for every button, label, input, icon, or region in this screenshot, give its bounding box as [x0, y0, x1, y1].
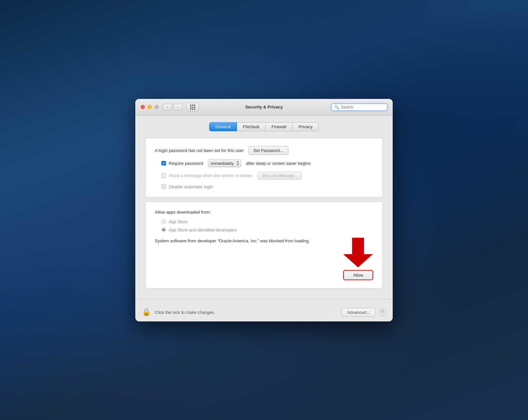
radio-app-store-button[interactable] — [161, 219, 166, 224]
lock-text: Click the lock to make changes. — [155, 310, 215, 315]
tab-filevault[interactable]: FileVault — [237, 122, 266, 131]
after-sleep-text: after sleep or screen saver begins — [246, 161, 311, 166]
radio-app-store-identified-row[interactable]: App Store and identified developers — [155, 227, 373, 232]
search-icon: 🔍 — [334, 105, 339, 109]
minimize-button[interactable] — [148, 105, 152, 109]
radio-app-store-identified-label: App Store and identified developers — [169, 227, 237, 232]
back-button[interactable]: ‹ — [163, 104, 172, 110]
close-button[interactable] — [141, 105, 145, 109]
allow-area: Allow — [343, 238, 373, 280]
radio-app-store-row[interactable]: App Store — [155, 219, 373, 224]
advanced-button[interactable]: Advanced... — [342, 308, 376, 317]
show-message-checkbox[interactable] — [161, 173, 166, 178]
blocked-text: System software from developer “Oracle A… — [155, 238, 337, 244]
grid-view-button[interactable] — [186, 103, 199, 111]
app-downloads-panel: Allow apps downloaded from: App Store Ap… — [145, 201, 383, 288]
red-arrow-indicator — [343, 238, 373, 267]
require-password-label: Require password — [169, 161, 203, 166]
dropdown-arrows-icon: ▲ ▼ — [236, 160, 239, 166]
bottom-right-actions: Advanced... ? — [342, 308, 386, 317]
disable-autologin-label: Disable automatic login — [169, 184, 213, 189]
login-password-text: A login password has not been set for th… — [155, 148, 244, 153]
tab-bar: General FileVault Firewall Privacy — [145, 122, 383, 131]
lock-icon[interactable]: 🔒 — [142, 308, 151, 316]
tab-firewall[interactable]: Firewall — [266, 122, 293, 131]
show-message-label: Show a message when the screen is locked — [169, 173, 252, 178]
chevron-left-icon: ‹ — [167, 105, 168, 109]
set-password-button[interactable]: Set Password... — [248, 146, 288, 155]
content-area: General FileVault Firewall Privacy A log… — [135, 116, 393, 299]
allow-apps-title: Allow apps downloaded from: — [155, 210, 373, 215]
disable-autologin-row: Disable automatic login — [155, 184, 373, 189]
blocked-section: System software from developer “Oracle A… — [155, 238, 373, 280]
password-timing-dropdown[interactable]: immediately ▲ ▼ — [208, 160, 241, 167]
traffic-lights — [141, 105, 159, 109]
require-password-checkbox[interactable] — [161, 161, 166, 165]
arrow-head — [343, 254, 373, 267]
set-lock-message-button[interactable]: Set Lock Message... — [257, 172, 302, 180]
security-privacy-window: ‹ › Security & Privacy 🔍 General FileVau… — [135, 99, 393, 321]
dropdown-value: immediately — [211, 161, 234, 166]
forward-button[interactable]: › — [173, 104, 182, 110]
show-message-row: Show a message when the screen is locked… — [155, 172, 373, 180]
tab-privacy[interactable]: Privacy — [293, 122, 319, 131]
radio-app-store-identified-button[interactable] — [161, 227, 166, 232]
require-password-row: Require password immediately ▲ ▼ after s… — [155, 160, 373, 167]
nav-buttons: ‹ › — [163, 104, 182, 110]
search-input[interactable] — [341, 105, 384, 109]
help-button[interactable]: ? — [379, 309, 386, 316]
tab-general[interactable]: General — [209, 122, 237, 131]
disable-autologin-checkbox[interactable] — [161, 184, 166, 189]
maximize-button[interactable] — [154, 105, 159, 109]
arrow-shaft — [352, 238, 364, 254]
login-password-row: A login password has not been set for th… — [155, 146, 373, 155]
chevron-right-icon: › — [177, 105, 179, 109]
window-title: Security & Privacy — [245, 105, 283, 109]
allow-button[interactable]: Allow — [343, 270, 373, 280]
grid-icon — [190, 105, 195, 110]
bottom-bar: 🔒 Click the lock to make changes. Advanc… — [135, 303, 393, 321]
titlebar: ‹ › Security & Privacy 🔍 — [135, 99, 393, 116]
radio-app-store-label: App Store — [169, 219, 188, 224]
search-box[interactable]: 🔍 — [331, 104, 387, 111]
bottom-divider — [135, 299, 393, 299]
password-panel: A login password has not been set for th… — [145, 138, 383, 197]
